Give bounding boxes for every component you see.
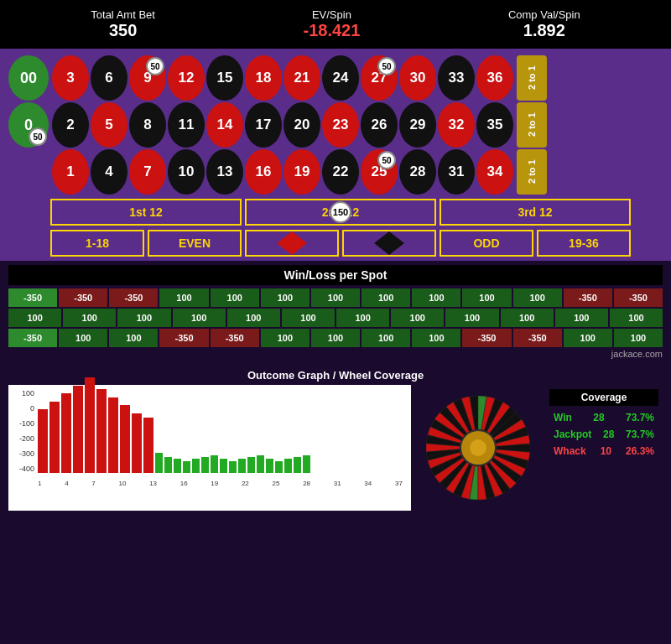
number-cell-16[interactable]: 16 — [245, 149, 282, 195]
red-diamond-btn[interactable] — [245, 230, 339, 257]
wl-cell-r2-c12: 100 — [614, 329, 663, 347]
jackpot-count: 28 — [603, 428, 614, 440]
nineteen-to-36-btn[interactable]: 19-36 — [537, 230, 631, 257]
number-cell-32[interactable]: 32 — [438, 102, 475, 148]
number-cell-36[interactable]: 36 — [476, 55, 513, 101]
number-cell-14[interactable]: 14 — [206, 102, 243, 148]
number-cell-12[interactable]: 12 — [168, 55, 205, 101]
wl-cell-r1-c4: 100 — [227, 309, 280, 327]
number-cell-33[interactable]: 33 — [438, 55, 475, 101]
number-cell-9[interactable]: 950 — [129, 55, 166, 101]
odd-btn[interactable]: ODD — [440, 230, 533, 257]
wl-cell-r2-c4: -350 — [211, 329, 259, 347]
number-cell-6[interactable]: 6 — [91, 55, 127, 101]
number-cell-30[interactable]: 30 — [399, 55, 436, 101]
header: Total Amt Bet 350 EV/Spin -18.421 Comp V… — [0, 0, 671, 49]
number-col-0: 321 — [52, 55, 89, 195]
bar-6 — [108, 397, 118, 473]
number-cell-31[interactable]: 31 — [438, 149, 475, 195]
wl-cell-r0-c2: -350 — [109, 288, 158, 307]
number-cell-26[interactable]: 26 — [361, 102, 398, 148]
number-col-4: 151413 — [206, 55, 243, 195]
even-btn[interactable]: EVEN — [148, 230, 242, 257]
number-col-5: 181716 — [245, 55, 282, 195]
number-cell-18[interactable]: 18 — [245, 55, 282, 101]
wl-cell-r2-c5: 100 — [261, 329, 309, 347]
dozen1-btn[interactable]: 1st 12 — [50, 199, 242, 226]
number-cell-8[interactable]: 8 — [129, 102, 166, 148]
bar-18 — [229, 461, 237, 473]
wl-cell-r2-c9: -350 — [462, 329, 511, 347]
bar-24 — [284, 459, 292, 473]
number-cell-20[interactable]: 20 — [283, 102, 320, 148]
ev-spin-value: -18.421 — [303, 21, 360, 40]
number-cell-1[interactable]: 1 — [52, 149, 89, 195]
wl-cell-r1-c0: 100 — [8, 309, 61, 327]
number-cell-34[interactable]: 34 — [476, 149, 513, 195]
chip-dozen2: 150 — [330, 201, 351, 223]
wl-cell-r0-c9: 100 — [462, 288, 511, 307]
number-cell-5[interactable]: 5 — [91, 102, 127, 148]
number-cell-17[interactable]: 17 — [245, 102, 282, 148]
svg-marker-1 — [374, 231, 404, 255]
two-to-one-top[interactable]: 2 to 1 — [517, 55, 547, 101]
dozen3-btn[interactable]: 3rd 12 — [440, 199, 631, 226]
number-col-8: 2750262550 — [361, 55, 398, 195]
bar-12 — [174, 459, 181, 473]
zero-cell[interactable]: 0 50 — [8, 102, 49, 148]
number-col-11: 363534 — [476, 55, 513, 195]
win-pct: 73.7% — [626, 412, 654, 423]
black-diamond-btn[interactable] — [342, 230, 436, 257]
number-cell-22[interactable]: 22 — [322, 149, 359, 195]
comp-val-spin-label: Comp Val/Spin — [508, 8, 580, 21]
number-cell-11[interactable]: 11 — [168, 102, 205, 148]
bar-19 — [238, 459, 246, 473]
wl-cell-r2-c11: 100 — [564, 329, 612, 347]
number-cell-13[interactable]: 13 — [206, 149, 243, 195]
ev-spin-label: EV/Spin — [303, 8, 360, 21]
bar-21 — [257, 455, 264, 473]
number-cell-7[interactable]: 7 — [129, 149, 166, 195]
number-col-6: 212019 — [283, 55, 320, 195]
comp-val-spin-value: 1.892 — [508, 21, 580, 40]
bar-7 — [120, 405, 130, 473]
number-cell-4[interactable]: 4 — [91, 149, 127, 195]
wl-cell-r1-c11: 100 — [610, 309, 663, 327]
number-cell-29[interactable]: 29 — [399, 102, 436, 148]
number-cell-15[interactable]: 15 — [206, 55, 243, 101]
two-to-one-mid[interactable]: 2 to 1 — [517, 102, 547, 148]
number-cell-28[interactable]: 28 — [399, 149, 436, 195]
wl-cell-r2-c2: 100 — [109, 329, 158, 347]
bar-chart: 100 0 -100 -200 -300 -400 1 4 7 10 13 16… — [13, 389, 407, 490]
bar-15 — [201, 457, 209, 473]
bar-16 — [211, 455, 218, 473]
number-cell-3[interactable]: 3 — [52, 55, 89, 101]
number-cell-27[interactable]: 2750 — [361, 55, 398, 101]
number-cell-19[interactable]: 19 — [283, 149, 320, 195]
number-cell-35[interactable]: 35 — [476, 102, 513, 148]
two-to-one-bot[interactable]: 2 to 1 — [517, 149, 547, 195]
total-amt-bet-label: Total Amt Bet — [91, 8, 155, 21]
bar-10 — [155, 453, 163, 473]
one-to-eighteen-btn[interactable]: 1-18 — [50, 230, 144, 257]
number-cell-10[interactable]: 10 — [168, 149, 205, 195]
number-cell-23[interactable]: 23 — [322, 102, 359, 148]
number-cell-24[interactable]: 24 — [322, 55, 359, 101]
number-col-1: 654 — [91, 55, 127, 195]
wl-cell-r0-c10: 100 — [513, 288, 562, 307]
wl-cell-r2-c6: 100 — [311, 329, 360, 347]
wl-cell-r0-c1: -350 — [59, 288, 107, 307]
win-label: Win — [554, 412, 572, 423]
wl-cell-r2-c1: 100 — [59, 329, 107, 347]
bar-20 — [247, 457, 255, 473]
number-cell-25[interactable]: 2550 — [361, 149, 398, 195]
wl-cell-r0-c3: 100 — [159, 288, 208, 307]
bars-container — [38, 393, 310, 473]
number-cell-21[interactable]: 21 — [283, 55, 320, 101]
black-diamond-icon — [374, 230, 404, 257]
coverage-win-row: Win 28 73.7% — [549, 409, 658, 426]
double-zero-cell[interactable]: 00 — [8, 55, 49, 101]
wheel-area — [419, 385, 537, 511]
number-cell-2[interactable]: 2 — [52, 102, 89, 148]
dozen2-btn[interactable]: 2nd 12 150 — [245, 199, 436, 226]
